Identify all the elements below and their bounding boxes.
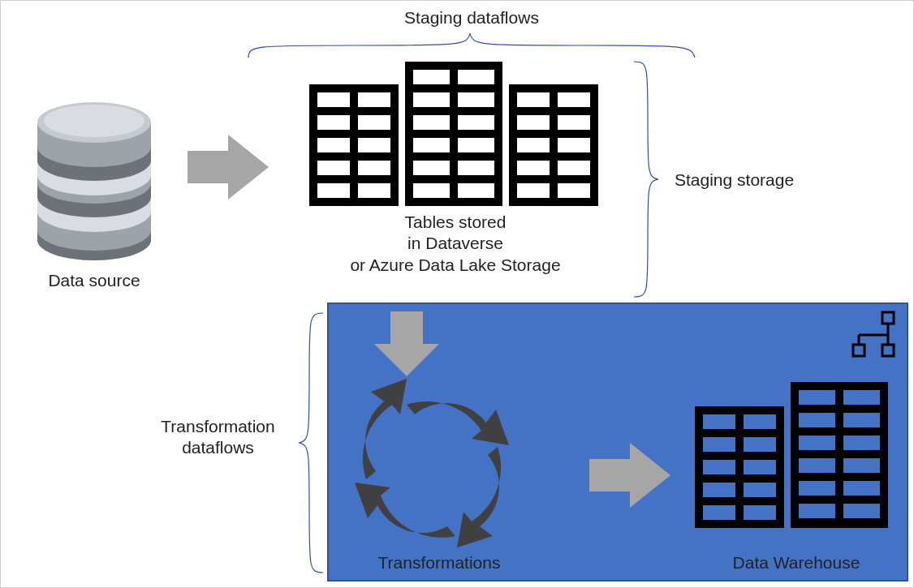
- svg-rect-64: [843, 458, 880, 473]
- svg-rect-59: [799, 413, 835, 427]
- arrow-source-to-staging: [183, 131, 273, 204]
- transform-cycle-icon: [350, 374, 528, 552]
- label-data-warehouse: Data Warehouse: [695, 552, 898, 573]
- svg-rect-14: [413, 70, 450, 84]
- label-tables-stored-l2: in Dataverse: [407, 234, 503, 252]
- svg-rect-10: [358, 161, 390, 175]
- svg-rect-19: [458, 115, 494, 130]
- brace-right: [630, 58, 662, 301]
- svg-rect-53: [744, 483, 776, 497]
- data-source-icon: [29, 94, 159, 273]
- svg-rect-55: [744, 505, 776, 520]
- label-transformations: Transformations: [346, 552, 532, 573]
- label-transformation-dataflows: Transformation dataflows: [143, 416, 293, 459]
- label-transformation-dataflows-l2: dataflows: [182, 438, 254, 457]
- svg-rect-49: [744, 437, 776, 452]
- svg-rect-52: [703, 483, 735, 497]
- svg-rect-57: [799, 390, 835, 405]
- brace-left: [295, 309, 327, 577]
- svg-rect-21: [458, 138, 494, 152]
- label-staging-dataflows: Staging dataflows: [301, 7, 642, 28]
- svg-rect-29: [517, 115, 550, 130]
- svg-rect-5: [317, 115, 350, 130]
- svg-rect-23: [458, 161, 494, 175]
- svg-rect-3: [317, 92, 350, 107]
- svg-rect-63: [799, 458, 835, 473]
- svg-rect-61: [799, 436, 835, 450]
- svg-rect-15: [458, 70, 494, 84]
- svg-rect-27: [517, 92, 550, 107]
- svg-rect-9: [317, 161, 350, 175]
- svg-rect-39: [853, 345, 864, 356]
- svg-rect-32: [558, 138, 590, 152]
- svg-rect-40: [882, 345, 894, 356]
- svg-rect-34: [558, 161, 590, 175]
- svg-rect-7: [317, 138, 350, 152]
- brace-top: [244, 29, 699, 62]
- label-transformation-dataflows-l1: Transformation: [161, 417, 274, 436]
- svg-rect-20: [413, 138, 450, 152]
- svg-rect-6: [358, 115, 390, 130]
- svg-rect-4: [358, 92, 390, 107]
- svg-point-1: [44, 105, 144, 137]
- label-tables-stored-l3: or Azure Data Lake Storage: [350, 255, 560, 274]
- label-data-source: Data source: [33, 270, 155, 291]
- data-warehouse-icon: [695, 382, 898, 544]
- svg-rect-24: [413, 183, 450, 198]
- svg-rect-54: [703, 505, 735, 520]
- svg-rect-8: [358, 138, 390, 152]
- svg-rect-33: [517, 161, 550, 175]
- label-tables-stored-l1: Tables stored: [405, 212, 507, 231]
- svg-rect-18: [413, 115, 450, 130]
- svg-rect-28: [558, 92, 590, 107]
- svg-rect-12: [358, 183, 390, 198]
- svg-rect-17: [458, 92, 494, 107]
- label-staging-storage: Staging storage: [675, 170, 837, 191]
- svg-rect-58: [843, 390, 880, 405]
- svg-rect-11: [317, 183, 350, 198]
- svg-rect-51: [744, 460, 776, 474]
- arrow-staging-to-transform: [370, 307, 443, 380]
- svg-rect-31: [517, 138, 550, 152]
- svg-rect-65: [799, 481, 835, 496]
- svg-rect-67: [799, 504, 835, 518]
- svg-rect-36: [558, 183, 590, 198]
- staging-tables-icon: [301, 62, 610, 216]
- svg-rect-60: [843, 413, 880, 427]
- arrow-transform-to-dw: [585, 439, 675, 512]
- hierarchy-icon: [851, 311, 900, 359]
- svg-rect-46: [703, 414, 735, 429]
- svg-rect-66: [843, 481, 880, 496]
- svg-rect-48: [703, 437, 735, 452]
- svg-rect-50: [703, 460, 735, 474]
- svg-rect-30: [558, 115, 590, 130]
- svg-rect-47: [744, 414, 776, 429]
- svg-rect-35: [517, 183, 550, 198]
- svg-rect-25: [458, 183, 494, 198]
- svg-rect-16: [413, 92, 450, 107]
- svg-rect-68: [843, 504, 880, 518]
- svg-rect-38: [882, 312, 894, 324]
- svg-rect-62: [843, 436, 880, 450]
- svg-rect-22: [413, 161, 450, 175]
- label-tables-stored: Tables stored in Dataverse or Azure Data…: [326, 212, 585, 276]
